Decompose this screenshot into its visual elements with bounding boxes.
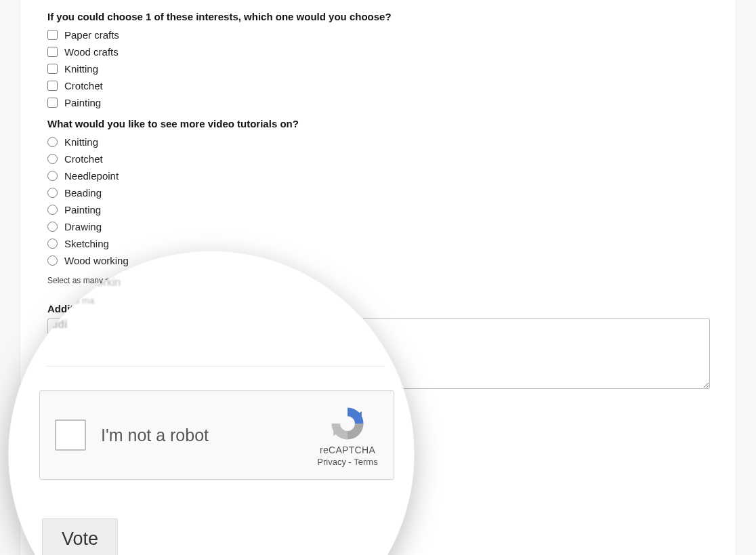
list-item: Beading bbox=[47, 184, 709, 201]
vote-button[interactable]: Vote bbox=[42, 518, 118, 555]
question2-label: What would you like to see more video tu… bbox=[47, 118, 709, 129]
list-item: Knitting bbox=[47, 133, 709, 150]
question1-block: If you could choose 1 of these interests… bbox=[47, 11, 709, 111]
q2-option-radio[interactable] bbox=[47, 137, 58, 147]
list-item: Painting bbox=[47, 94, 709, 111]
recaptcha-widget: I'm not a robot reCAPTCHA Privacy - Term… bbox=[39, 390, 394, 480]
q1-option-label: Knitting bbox=[64, 63, 98, 75]
list-item: Paper crafts bbox=[47, 26, 709, 43]
list-item: Crotchet bbox=[47, 77, 709, 94]
recaptcha-label: I'm not a robot bbox=[101, 426, 299, 445]
list-item: Wood crafts bbox=[47, 43, 709, 60]
q1-option-checkbox[interactable] bbox=[47, 98, 58, 108]
q1-option-checkbox[interactable] bbox=[47, 47, 58, 57]
q1-option-checkbox[interactable] bbox=[47, 64, 58, 74]
q2-option-label: Painting bbox=[64, 204, 101, 215]
q2-option-radio[interactable] bbox=[47, 255, 58, 266]
recaptcha-brand-name: reCAPTCHA bbox=[320, 445, 375, 455]
recaptcha-logo-icon bbox=[328, 404, 367, 443]
q2-option-label: Crotchet bbox=[64, 153, 103, 165]
q2-option-radio[interactable] bbox=[47, 239, 58, 249]
recaptcha-links: Privacy - Terms bbox=[317, 457, 377, 467]
q2-option-radio[interactable] bbox=[47, 205, 58, 215]
q1-option-checkbox[interactable] bbox=[47, 30, 58, 40]
q2-option-label: Beading bbox=[64, 187, 102, 199]
question1-options: Paper crafts Wood crafts Knitting Crotch… bbox=[47, 26, 709, 111]
vote-button-label: Vote bbox=[62, 529, 98, 550]
recaptcha-privacy-link[interactable]: Privacy bbox=[317, 457, 346, 467]
lens-divider bbox=[46, 366, 385, 367]
q2-option-radio[interactable] bbox=[47, 222, 58, 232]
q2-option-label: Sketching bbox=[64, 238, 109, 249]
q2-option-label: Needlepoint bbox=[64, 170, 119, 182]
q1-option-label: Paper crafts bbox=[64, 29, 119, 41]
q1-option-label: Wood crafts bbox=[64, 46, 119, 58]
recaptcha-brand: reCAPTCHA Privacy - Terms bbox=[314, 404, 381, 467]
question1-label: If you could choose 1 of these interests… bbox=[47, 11, 709, 22]
list-item: Crotchet bbox=[47, 150, 709, 167]
question2-block: What would you like to see more video tu… bbox=[47, 118, 709, 285]
recaptcha-checkbox[interactable] bbox=[55, 419, 86, 451]
list-item: Painting bbox=[47, 201, 709, 218]
q2-option-radio[interactable] bbox=[47, 171, 58, 181]
list-item: Knitting bbox=[47, 60, 709, 77]
q2-option-label: Knitting bbox=[64, 136, 98, 148]
q2-option-radio[interactable] bbox=[47, 154, 58, 164]
q1-option-label: Painting bbox=[64, 97, 101, 108]
list-item: Sketching bbox=[47, 235, 709, 252]
list-item: Needlepoint bbox=[47, 167, 709, 184]
q2-option-label: Drawing bbox=[64, 221, 102, 232]
recaptcha-terms-link[interactable]: Terms bbox=[354, 457, 377, 467]
q1-option-label: Crotchet bbox=[64, 80, 103, 91]
recaptcha-link-sep: - bbox=[346, 457, 354, 467]
list-item: Drawing bbox=[47, 218, 709, 235]
q2-option-label: Wood working bbox=[64, 255, 129, 266]
q2-option-radio[interactable] bbox=[47, 188, 58, 198]
q1-option-checkbox[interactable] bbox=[47, 81, 58, 91]
question2-options: Knitting Crotchet Needlepoint Beading Pa… bbox=[47, 133, 709, 269]
